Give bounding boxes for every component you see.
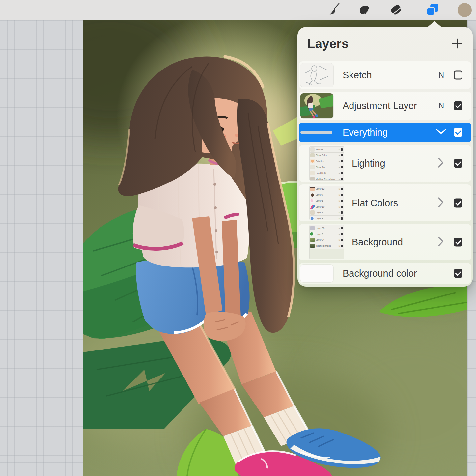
mini-layer-row: Layer 5 N xyxy=(310,231,344,237)
mini-layer-thumb xyxy=(310,205,315,209)
layers-panel-header: Layers xyxy=(297,27,473,61)
mini-layer-thumb xyxy=(310,165,315,169)
smudge-tool-button[interactable] xyxy=(357,3,372,18)
layer-name: Background color xyxy=(343,268,417,279)
layer-row-everything[interactable]: Everything xyxy=(299,123,471,142)
panel-title: Layers xyxy=(307,37,349,51)
brush-tool-button[interactable] xyxy=(326,3,341,18)
mini-layer-row: Layer 8 N xyxy=(310,216,344,220)
mini-layer-row: Inserted Image N xyxy=(310,243,344,249)
mini-layer-row: Brighten N xyxy=(310,158,344,164)
mini-checkbox xyxy=(341,206,343,208)
background-color-swatch[interactable] xyxy=(300,265,333,282)
layer-rows: Sketch N Adjustment Layer N xyxy=(299,61,471,284)
visibility-checkbox[interactable] xyxy=(454,71,462,80)
visibility-checkbox[interactable] xyxy=(454,159,462,168)
top-toolbar xyxy=(0,0,476,20)
layer-row-flat-colors[interactable]: Layer 12 N Layer 7 N Layer 6 N xyxy=(299,184,471,221)
mini-checkbox xyxy=(341,188,343,190)
mini-layer-thumb xyxy=(310,232,315,236)
blend-mode-badge[interactable]: N xyxy=(438,101,444,110)
mini-layer-row: Layer 7 N xyxy=(310,192,344,198)
mini-layer-row: Glow Blur N xyxy=(310,164,344,170)
mini-layer-thumb xyxy=(310,153,315,157)
visibility-checkbox[interactable] xyxy=(454,199,462,208)
mini-layer-row: Layer 9 N xyxy=(310,210,344,216)
mini-checkbox xyxy=(341,217,343,220)
group-name: Background xyxy=(352,237,403,248)
mini-layer-row: Glow Color N xyxy=(310,153,344,158)
mini-checkbox xyxy=(341,239,343,241)
mini-layer-thumb xyxy=(310,159,315,163)
group-thumbnail[interactable]: Layer 12 N Layer 7 N Layer 6 N xyxy=(310,186,344,220)
mini-checkbox xyxy=(341,245,343,247)
mini-layer-thumb xyxy=(310,199,315,203)
visibility-checkbox[interactable] xyxy=(454,269,462,278)
paint-brush-icon xyxy=(327,3,341,18)
blend-mode-badge[interactable]: N xyxy=(438,71,444,80)
layer-thumbnail[interactable] xyxy=(300,93,333,118)
visibility-checkbox[interactable] xyxy=(454,238,462,247)
mini-layer-row: Layer 30 N xyxy=(310,225,344,231)
layers-tool-button[interactable] xyxy=(425,3,440,18)
mini-layer-row: Layer 10 N xyxy=(310,204,344,210)
chevron-right-icon[interactable] xyxy=(438,157,444,169)
layer-row-adjustment-layer[interactable]: Adjustment Layer N xyxy=(299,92,471,120)
mini-checkbox xyxy=(341,227,343,229)
mini-checkbox xyxy=(341,166,343,168)
mini-layer-thumb xyxy=(310,187,315,191)
group-thumbnail[interactable]: Texture N Glow Color N Brighten N xyxy=(310,147,344,180)
mini-layer-row: Layer 12 N xyxy=(310,186,344,192)
layer-name: Adjustment Layer xyxy=(343,100,417,111)
plus-icon xyxy=(452,38,463,49)
mini-layer-row: Multiply Everything N xyxy=(310,176,344,180)
mini-checkbox xyxy=(341,154,343,156)
mini-checkbox xyxy=(341,211,343,214)
mini-checkbox xyxy=(341,233,343,235)
panel-caret xyxy=(427,21,442,27)
chevron-down-icon[interactable] xyxy=(436,129,446,136)
mini-checkbox xyxy=(341,178,343,180)
workspace-grid-left xyxy=(0,20,83,476)
layers-icon xyxy=(425,2,440,18)
mini-checkbox xyxy=(341,148,343,151)
eraser-icon xyxy=(389,3,403,18)
mini-layer-thumb xyxy=(310,171,315,175)
mini-layer-thumb xyxy=(310,226,315,230)
mini-layer-row: Texture N xyxy=(310,147,344,153)
layer-row-background-color[interactable]: Background color xyxy=(299,263,471,284)
chevron-right-icon[interactable] xyxy=(438,236,444,248)
mini-checkbox xyxy=(341,160,343,162)
layer-row-lighting[interactable]: Texture N Glow Color N Brighten N xyxy=(299,145,471,182)
mini-layer-row: Layer 6 N xyxy=(310,198,344,204)
active-color-swatch[interactable] xyxy=(458,3,472,17)
add-layer-button[interactable] xyxy=(452,38,463,49)
group-name: Flat Colors xyxy=(352,198,398,209)
chevron-right-icon[interactable] xyxy=(438,197,444,209)
smudge-finger-icon xyxy=(357,3,371,18)
group-name: Everything xyxy=(343,127,388,138)
mini-layer-thumb xyxy=(310,210,315,215)
group-thumbnail[interactable]: Layer 30 N Layer 5 N Layer 24 N xyxy=(310,225,344,259)
mini-layer-row: Layer 24 N xyxy=(310,237,344,243)
mini-layer-thumb xyxy=(310,177,315,180)
layers-panel: Layers xyxy=(297,27,473,287)
layer-row-sketch[interactable]: Sketch N xyxy=(299,61,471,89)
mini-layer-thumb xyxy=(310,238,315,242)
mini-layer-thumb xyxy=(310,216,315,220)
mini-layer-thumb xyxy=(310,244,315,248)
layer-name: Sketch xyxy=(343,70,372,81)
mini-checkbox xyxy=(341,200,343,202)
mini-layer-thumb xyxy=(310,193,315,197)
mini-checkbox xyxy=(341,194,343,196)
layer-thumbnail[interactable] xyxy=(300,63,333,87)
eraser-tool-button[interactable] xyxy=(388,3,404,18)
mini-layer-thumb xyxy=(310,147,315,152)
mini-checkbox xyxy=(341,172,343,174)
visibility-checkbox[interactable] xyxy=(454,101,462,110)
mini-layer-row: Hard Light N xyxy=(310,170,344,176)
visibility-checkbox[interactable] xyxy=(454,128,462,137)
layer-row-background[interactable]: Layer 30 N Layer 5 N Layer 24 N xyxy=(299,224,471,260)
group-name: Lighting xyxy=(352,158,385,169)
collapsed-group-thumbnail[interactable] xyxy=(300,131,332,134)
